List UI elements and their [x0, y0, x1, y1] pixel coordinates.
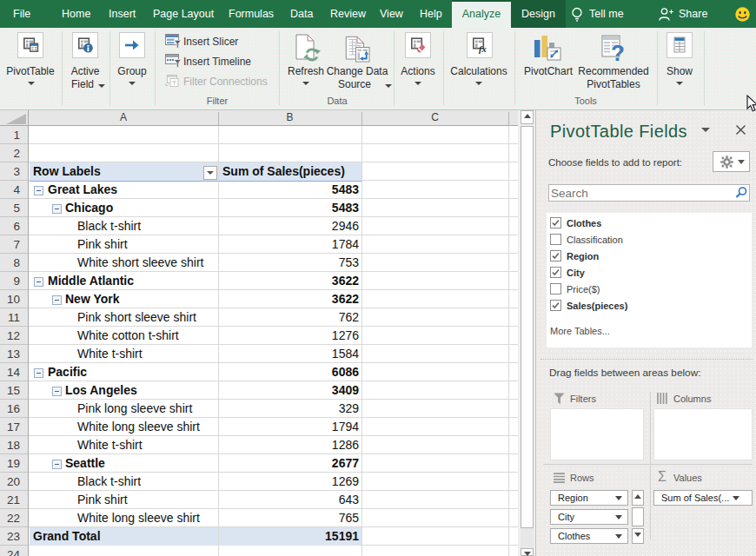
- svg-text:?: ?: [611, 40, 625, 63]
- svg-text:fx: fx: [479, 44, 487, 54]
